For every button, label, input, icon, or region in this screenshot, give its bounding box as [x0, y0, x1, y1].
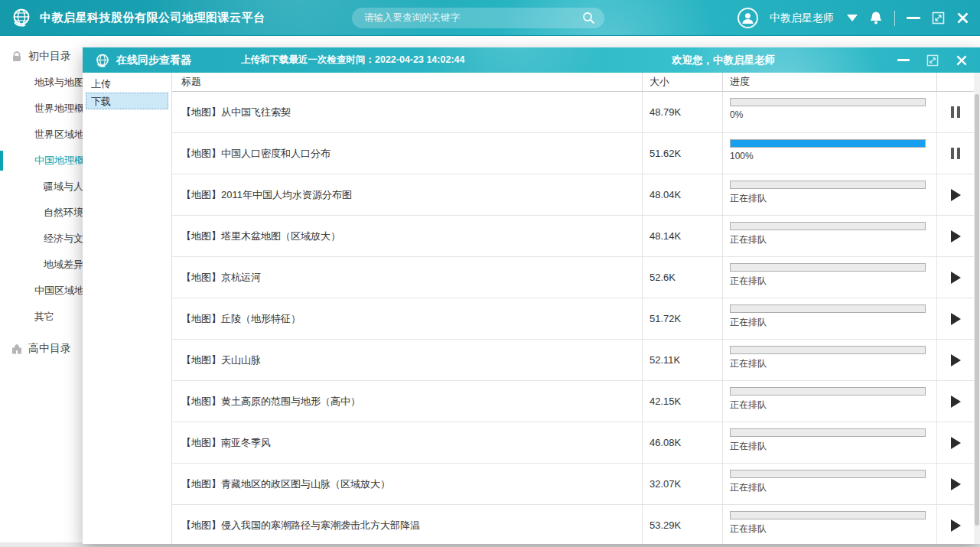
notifications-bell-icon[interactable]	[869, 11, 883, 25]
progress-status: 正在排队	[730, 192, 926, 205]
row-progress-cell: 正在排队	[723, 505, 937, 544]
play-button[interactable]	[951, 230, 961, 243]
welcome-text: 欢迎您，中教启星老师	[672, 54, 775, 67]
progress-status: 0%	[730, 109, 926, 120]
download-table: 标题 大小 进度 【地图】从中国飞往索契48.79K0%【地图】中国人口密度和人…	[172, 73, 980, 544]
play-button[interactable]	[951, 396, 961, 408]
row-progress-cell: 0%	[723, 92, 937, 132]
close-button[interactable]	[956, 11, 969, 24]
row-progress-cell: 正在排队	[723, 257, 937, 298]
progress-status: 正在排队	[730, 275, 926, 288]
row-progress-cell: 正在排队	[723, 340, 937, 380]
row-size: 51.62K	[643, 133, 723, 174]
row-title: 【地图】青藏地区的政区图与山脉（区域放大）	[172, 464, 643, 504]
row-title: 【地图】侵入我国的寒潮路径与寒潮袭击北方大部降温	[172, 505, 643, 544]
play-button[interactable]	[951, 272, 961, 284]
row-action-cell	[937, 464, 974, 504]
play-button[interactable]	[951, 354, 961, 366]
lock-icon	[11, 50, 23, 63]
table-header: 标题 大小 进度	[172, 73, 980, 92]
play-button[interactable]	[951, 519, 961, 532]
column-header-size: 大小	[643, 73, 723, 91]
row-action-cell	[937, 257, 974, 298]
progress-bar-fill	[731, 140, 925, 147]
sync-viewer-dialog: 在线同步查看器 上传和下载最近一次检查时间：2022-04-23 14:02:4…	[83, 47, 980, 544]
school-icon	[11, 343, 23, 355]
row-action-cell	[937, 422, 974, 463]
progress-bar	[730, 428, 926, 437]
row-progress-cell: 正在排队	[723, 381, 937, 422]
row-size: 48.14K	[643, 216, 723, 256]
table-row: 【地图】从中国飞往索契48.79K0%	[172, 92, 974, 133]
row-title: 【地图】2011年中国人均水资源分布图	[172, 174, 643, 215]
dialog-globe-icon	[95, 53, 110, 68]
column-header-title: 标题	[172, 73, 643, 91]
column-header-actions	[937, 73, 974, 91]
progress-bar	[730, 511, 926, 519]
sidebar-item-label: 地域差异	[44, 258, 83, 272]
row-action-cell	[937, 340, 974, 380]
avatar[interactable]	[737, 8, 758, 28]
scrollbar	[974, 73, 980, 544]
progress-status: 正在排队	[730, 440, 926, 453]
username[interactable]: 中教启星老师	[770, 11, 834, 25]
row-action-cell	[937, 133, 974, 174]
table-row: 【地图】天山山脉52.11K正在排队	[172, 340, 974, 381]
progress-bar	[730, 139, 926, 148]
sidebar-item-label: 高中目录	[28, 342, 71, 356]
row-title: 【地图】黄土高原的范围与地形（高中）	[172, 381, 643, 422]
chevron-down-icon[interactable]	[847, 15, 858, 21]
row-progress-cell: 正在排队	[723, 216, 937, 256]
progress-status: 正在排队	[730, 399, 926, 412]
dialog-minimize-button[interactable]	[897, 59, 910, 61]
sidebar-item-label: 初中目录	[28, 50, 71, 63]
progress-bar	[730, 304, 926, 313]
tab-download[interactable]: 下载	[86, 93, 168, 109]
row-progress-cell: 正在排队	[723, 298, 937, 339]
row-size: 48.04K	[643, 174, 723, 215]
dialog-maximize-button[interactable]	[926, 54, 939, 67]
search-icon[interactable]	[582, 11, 595, 24]
dialog-close-button[interactable]	[956, 54, 968, 67]
column-header-progress: 进度	[723, 73, 937, 91]
row-title: 【地图】丘陵（地形特征）	[172, 298, 643, 339]
search-input[interactable]: 请输入要查询的关键字	[352, 8, 604, 28]
row-size: 42.15K	[643, 381, 723, 422]
scrollbar-thumb[interactable]	[975, 94, 979, 526]
row-size: 53.29K	[643, 505, 723, 544]
row-title: 【地图】塔里木盆地图（区域放大）	[172, 216, 643, 256]
progress-bar	[730, 222, 926, 230]
maximize-button[interactable]	[932, 11, 945, 24]
application-window: 中教启星科技股份有限公司地理图课云平台 请输入要查询的关键字 中教启星老师	[0, 0, 980, 547]
row-size: 46.08K	[643, 422, 723, 463]
dialog-body: 上传下载 标题 大小 进度 【地图】从中国飞往索契48.79K0%【地图】中国人…	[83, 73, 980, 544]
progress-bar	[730, 470, 926, 478]
play-button[interactable]	[951, 189, 961, 201]
play-button[interactable]	[951, 437, 961, 449]
minimize-button[interactable]	[907, 17, 920, 19]
progress-status: 正在排队	[730, 481, 926, 494]
pause-button[interactable]	[951, 148, 960, 159]
table-row: 【地图】京杭运河52.6K正在排队	[172, 257, 974, 298]
row-title: 【地图】从中国飞往索契	[172, 92, 643, 132]
progress-status: 正在排队	[730, 523, 926, 536]
row-action-cell	[937, 216, 974, 256]
transfer-tab-panel: 上传下载	[83, 73, 172, 544]
table-row: 【地图】侵入我国的寒潮路径与寒潮袭击北方大部降温53.29K正在排队	[172, 505, 974, 544]
titlebar-controls: 中教启星老师	[737, 0, 969, 36]
table-row: 【地图】塔里木盆地图（区域放大）48.14K正在排队	[172, 216, 974, 257]
dialog-controls	[897, 54, 968, 67]
table-row: 【地图】2011年中国人均水资源分布图48.04K正在排队	[172, 174, 974, 216]
play-button[interactable]	[951, 313, 961, 325]
dialog-title: 在线同步查看器	[116, 54, 191, 67]
table-row: 【地图】丘陵（地形特征）51.72K正在排队	[172, 298, 974, 340]
tab-upload[interactable]: 上传	[86, 75, 168, 92]
row-title: 【地图】中国人口密度和人口分布	[172, 133, 643, 174]
row-action-cell	[937, 298, 974, 339]
play-button[interactable]	[951, 478, 961, 490]
globe-logo-icon	[11, 7, 32, 28]
progress-bar	[730, 387, 926, 396]
row-size: 52.6K	[643, 257, 723, 298]
row-action-cell	[937, 174, 974, 215]
pause-button[interactable]	[951, 106, 960, 118]
